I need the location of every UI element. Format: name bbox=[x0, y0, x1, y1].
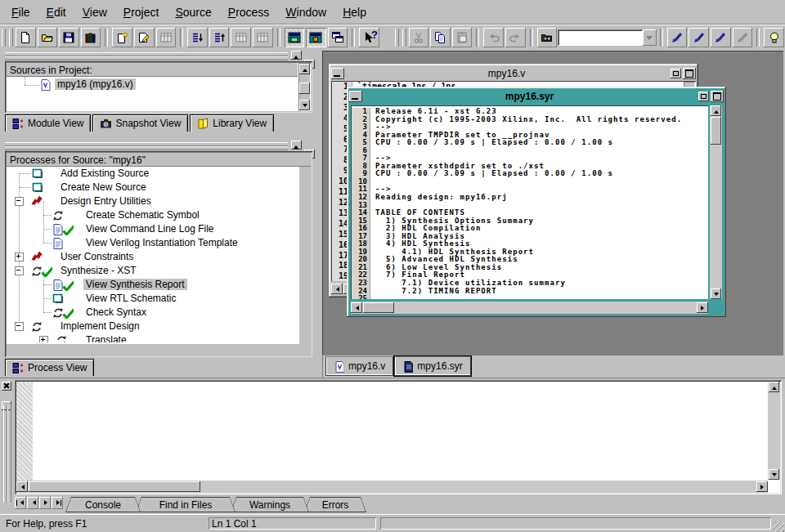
collapse-hierarchy-button[interactable] bbox=[209, 28, 230, 47]
scroll-down-button[interactable] bbox=[769, 469, 779, 480]
tab-library-view[interactable]: Library View bbox=[190, 114, 274, 132]
minimize-button[interactable] bbox=[331, 68, 344, 79]
scroll-down-button[interactable] bbox=[711, 288, 721, 299]
report-text[interactable]: Release 6.1i - xst G.23Copyright (c) 199… bbox=[375, 108, 706, 299]
tab-snapshot-view[interactable]: Snapshot View bbox=[92, 114, 188, 132]
toggle-process-window-button[interactable] bbox=[306, 28, 326, 47]
scrollbar-thumb[interactable] bbox=[299, 83, 310, 94]
panel-gripper[interactable] bbox=[5, 146, 288, 150]
menu-source[interactable]: Source bbox=[167, 2, 219, 22]
add-source-button[interactable] bbox=[134, 28, 155, 47]
collapse-expander-icon[interactable] bbox=[15, 266, 24, 275]
source-item-mpy16[interactable]: mpy16 (mpy16.v) bbox=[55, 78, 136, 90]
open-project-button[interactable] bbox=[81, 28, 101, 47]
toolbar-gripper[interactable] bbox=[395, 29, 399, 47]
maximize-button[interactable] bbox=[683, 68, 696, 79]
processes-vscrollbar[interactable] bbox=[299, 167, 311, 355]
process-view-synthesis-report[interactable]: View Synthesis Report bbox=[83, 279, 187, 290]
panel-collapse-button[interactable] bbox=[291, 51, 302, 60]
new-document-button[interactable] bbox=[16, 28, 36, 47]
resize-grip[interactable] bbox=[774, 521, 784, 532]
menu-view[interactable]: View bbox=[74, 2, 115, 22]
menu-help[interactable]: Help bbox=[334, 2, 375, 22]
processes-hscrollbar[interactable] bbox=[7, 344, 299, 355]
menu-edit[interactable]: Edit bbox=[38, 2, 74, 22]
collapse-expander-icon[interactable] bbox=[15, 322, 24, 331]
menu-window[interactable]: Window bbox=[277, 2, 334, 22]
output-close-button[interactable] bbox=[2, 382, 11, 391]
find-combo-input[interactable] bbox=[558, 29, 643, 46]
undo-button[interactable] bbox=[483, 28, 504, 47]
process-create-schematic-symbol[interactable]: Create Schematic Symbol bbox=[83, 209, 202, 221]
tab-errors[interactable]: Errors bbox=[304, 497, 366, 512]
tab-console[interactable]: Console bbox=[65, 497, 141, 512]
copy-button[interactable] bbox=[430, 28, 451, 47]
restore-button[interactable] bbox=[671, 69, 681, 78]
scroll-down-button[interactable] bbox=[299, 100, 310, 110]
expand-expander-icon[interactable] bbox=[15, 253, 24, 262]
console-vscrollbar[interactable] bbox=[768, 382, 780, 480]
clear-bookmarks-button[interactable] bbox=[733, 28, 753, 47]
panel-gripper[interactable] bbox=[5, 56, 288, 60]
scrollbar-thumb[interactable] bbox=[711, 117, 721, 145]
maximize-button[interactable] bbox=[711, 91, 724, 102]
scrollbar-thumb[interactable] bbox=[363, 302, 394, 313]
report-vscrollbar[interactable] bbox=[710, 105, 722, 299]
sources-scrollbar[interactable] bbox=[298, 63, 311, 111]
process-create-new-source[interactable]: Create New Source bbox=[58, 181, 149, 193]
new-source-button[interactable] bbox=[112, 28, 132, 47]
process-synthesize-xst[interactable]: Synthesize - XST bbox=[58, 265, 139, 276]
scroll-left-button[interactable] bbox=[351, 302, 362, 313]
tab-module-view[interactable]: Module View bbox=[5, 114, 91, 132]
process-implement-design[interactable]: Implement Design bbox=[58, 320, 142, 332]
edit-constraints-button[interactable] bbox=[231, 28, 251, 47]
lightbulb-button[interactable] bbox=[764, 28, 784, 47]
cut-button[interactable] bbox=[409, 28, 429, 47]
console-hscrollbar[interactable] bbox=[16, 481, 768, 493]
view-design-summary-button[interactable] bbox=[156, 28, 177, 47]
restore-button[interactable] bbox=[698, 92, 709, 101]
scroll-up-button[interactable] bbox=[711, 105, 721, 116]
menu-file[interactable]: File bbox=[3, 2, 38, 22]
tab-find-in-files[interactable]: Find in Files bbox=[136, 497, 236, 512]
scroll-up-button[interactable] bbox=[769, 382, 779, 392]
tab-scroll-last-button[interactable] bbox=[52, 497, 63, 509]
toggle-source-window-button[interactable] bbox=[285, 28, 305, 47]
cascade-windows-button[interactable] bbox=[328, 28, 348, 47]
scroll-left-button[interactable] bbox=[331, 284, 343, 294]
redo-button[interactable] bbox=[505, 28, 526, 47]
editor-titlebar[interactable]: mpy16.v bbox=[331, 66, 696, 81]
tab-process-view[interactable]: Process View bbox=[5, 359, 94, 376]
paste-button[interactable] bbox=[452, 28, 473, 47]
open-button[interactable] bbox=[38, 28, 58, 47]
process-view-command-line-log[interactable]: View Command Line Log File bbox=[83, 223, 217, 235]
find-combo-dropdown-button[interactable] bbox=[643, 29, 657, 46]
save-button[interactable] bbox=[59, 28, 79, 47]
process-user-constraints[interactable]: User Constraints bbox=[58, 251, 136, 262]
scrollbar-thumb[interactable] bbox=[29, 481, 200, 492]
process-add-existing-source[interactable]: Add Existing Source bbox=[58, 168, 151, 179]
console-text[interactable] bbox=[36, 382, 765, 478]
find-in-files-button[interactable] bbox=[537, 28, 558, 47]
context-help-button[interactable]: ? bbox=[359, 28, 379, 47]
collapse-expander-icon[interactable] bbox=[15, 197, 24, 206]
scroll-right-button[interactable] bbox=[756, 481, 768, 492]
minimize-button[interactable] bbox=[349, 91, 362, 102]
expand-hierarchy-button[interactable] bbox=[187, 28, 208, 47]
process-check-syntax[interactable]: Check Syntax bbox=[83, 306, 149, 318]
prev-bookmark-button[interactable] bbox=[711, 28, 731, 47]
process-design-entry-utilities[interactable]: Design Entry Utilities bbox=[58, 195, 154, 207]
panel-collapse-button[interactable] bbox=[291, 141, 302, 150]
tab-scroll-first-button[interactable] bbox=[15, 497, 26, 509]
tab-warnings[interactable]: Warnings bbox=[231, 497, 309, 512]
next-bookmark-button[interactable] bbox=[689, 28, 709, 47]
report-titlebar[interactable]: mpy16.syr bbox=[349, 89, 724, 104]
scroll-left-button[interactable] bbox=[16, 481, 28, 492]
process-view-rtl-schematic[interactable]: View RTL Schematic bbox=[83, 293, 179, 304]
process-translate[interactable]: Translate bbox=[83, 334, 129, 342]
tab-scroll-right-button[interactable] bbox=[39, 497, 51, 509]
process-view-verilog-template[interactable]: View Verilog Instantiation Template bbox=[83, 237, 240, 248]
toolbar-gripper[interactable] bbox=[9, 29, 13, 47]
toggle-bookmark-button[interactable] bbox=[667, 28, 688, 47]
panel-gripper[interactable] bbox=[7, 405, 11, 503]
